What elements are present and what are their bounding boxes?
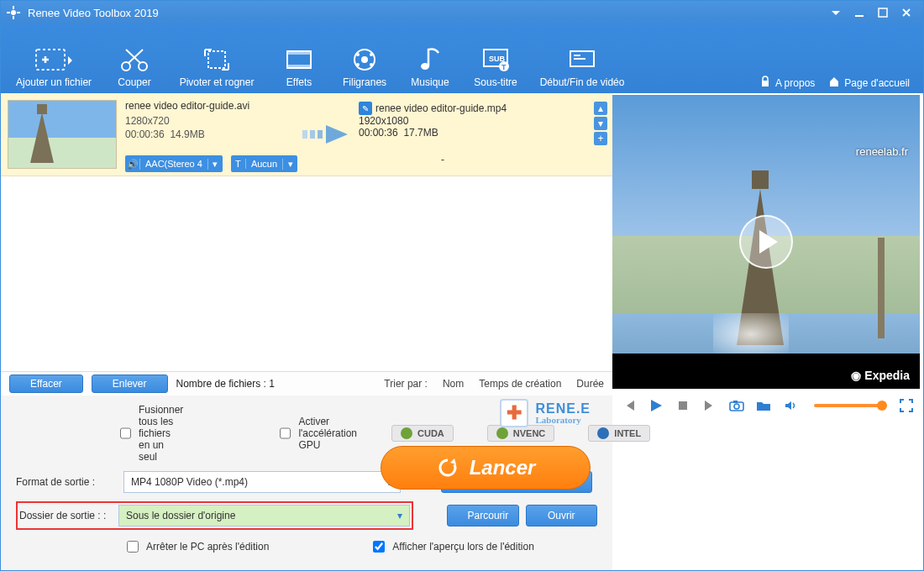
watermark-button[interactable]: Filigranes [335, 39, 394, 90]
sort-options: Trier par : Nom Temps de création Durée [384, 378, 604, 390]
sort-ctime[interactable]: Temps de création [479, 378, 561, 390]
brand-line2: Laboratory [535, 416, 591, 425]
open-folder-button[interactable]: Ouvrir [526, 505, 597, 526]
prev-button[interactable] [621, 399, 638, 412]
launch-button[interactable]: Lancer [381, 446, 591, 490]
stop-button[interactable] [675, 400, 691, 411]
lock-icon [759, 76, 771, 90]
move-up-button[interactable]: ▴ [594, 102, 607, 115]
toolbar-label: Sous-titre [474, 76, 517, 88]
svg-point-19 [370, 63, 373, 66]
maximize-button[interactable] [871, 4, 895, 21]
source-filename: renee video editor-guide.avi [125, 100, 293, 112]
preview-checkbox[interactable] [373, 541, 385, 553]
svg-rect-29 [302, 130, 307, 139]
svg-rect-28 [762, 81, 769, 86]
list-footer: Effacer Enlever Nombre de fichiers : 1 T… [1, 372, 612, 396]
intel-chip: INTEL [588, 425, 650, 442]
scissors-icon [118, 43, 151, 76]
preview-label: Afficher l'aperçu lors de l'édition [392, 541, 533, 553]
svg-rect-26 [574, 55, 580, 56]
fullscreen-button[interactable] [898, 399, 915, 412]
toolbar-label: Couper [118, 76, 150, 88]
play-overlay-button[interactable] [739, 215, 793, 269]
brand-line1: RENE.E [535, 402, 591, 416]
app-logo-icon [6, 5, 21, 20]
cut-button[interactable]: Couper [105, 39, 164, 90]
file-row[interactable]: renee video editor-guide.avi 1280x720 00… [1, 93, 612, 176]
play-button[interactable] [648, 398, 664, 413]
merge-checkbox[interactable] [120, 427, 131, 439]
snapshot-button[interactable] [728, 399, 745, 412]
start-end-button[interactable]: Début/Fin de vidéo [532, 39, 633, 90]
edit-icon[interactable]: ✎ [359, 102, 372, 115]
toolbar-label: Pivoter et rogner [180, 76, 255, 88]
video-preview[interactable]: reneelab.fr ◉Expedia [612, 95, 920, 389]
left-column: renee video editor-guide.avi 1280x720 00… [1, 93, 612, 570]
effects-button[interactable]: Effets [270, 39, 328, 90]
homepage-button[interactable]: Page d'accueil [828, 76, 910, 90]
rotate-crop-button[interactable]: Pivoter et rogner [171, 39, 263, 90]
svg-rect-6 [879, 8, 887, 17]
cuda-chip: CUDA [391, 425, 454, 442]
next-button[interactable] [701, 399, 718, 412]
output-folder-combo[interactable]: Sous le dossier d'origine ▾ [118, 505, 410, 526]
svg-rect-35 [733, 401, 738, 403]
close-button[interactable] [895, 4, 918, 21]
svg-point-16 [356, 53, 360, 56]
folder-label: Dossier de sortie : : [19, 510, 113, 521]
svg-rect-12 [287, 51, 311, 55]
destination-duration-size: 00:00:36 17.7MB [359, 127, 527, 139]
volume-icon[interactable] [782, 399, 799, 412]
open-file-button[interactable] [755, 399, 772, 412]
subtitle-track-dropdown[interactable]: T Aucun ▾ [231, 155, 297, 172]
expedia-badge: ◉Expedia [851, 369, 910, 382]
speaker-icon: 🔊 [125, 159, 140, 170]
brand-logo: ✚ RENE.ELaboratory [500, 399, 591, 427]
subtitle-button[interactable]: SUBT Sous-titre [466, 39, 525, 90]
audio-track-dropdown[interactable]: 🔊 AAC(Stereo 4 ▾ [125, 155, 223, 172]
crop-rotate-icon [200, 43, 234, 76]
clear-button[interactable]: Effacer [9, 375, 83, 393]
main-area: renee video editor-guide.avi 1280x720 00… [1, 93, 923, 570]
add-row-button[interactable]: + [594, 132, 607, 145]
toolbar-label: Musique [411, 76, 449, 88]
refresh-icon [436, 456, 459, 479]
toolbar-label: Filigranes [343, 76, 386, 88]
add-file-button[interactable]: Ajouter un fichier [9, 39, 98, 90]
remove-button[interactable]: Enlever [92, 375, 168, 393]
start-end-icon [565, 43, 599, 76]
subtitle-icon: SUBT [479, 43, 512, 76]
svg-rect-27 [574, 58, 585, 60]
about-button[interactable]: A propos [759, 76, 815, 90]
output-format-combo[interactable]: MP4 1080P Video (*.mp4) ▴ [123, 471, 401, 493]
shutdown-checkbox[interactable] [127, 541, 139, 553]
format-label: Format de sortie : [16, 476, 117, 488]
gpu-checkbox[interactable] [280, 427, 291, 439]
svg-rect-31 [318, 130, 323, 139]
minimize-button[interactable] [848, 4, 871, 21]
toolbar-label: Effets [286, 76, 312, 88]
svg-rect-7 [36, 50, 65, 70]
window-menu-icon[interactable] [824, 4, 848, 21]
nvenc-chip: NVENC [487, 425, 555, 442]
output-folder-row-highlight: Dossier de sortie : : Sous le dossier d'… [16, 501, 413, 530]
sort-name[interactable]: Nom [443, 378, 464, 390]
filmstrip-icon [282, 43, 316, 76]
app-window: Renee Video Toolbox 2019 Ajouter un fich… [0, 0, 924, 571]
move-down-button[interactable]: ▾ [594, 117, 607, 130]
source-duration-size: 00:00:36 14.9MB [125, 128, 293, 140]
music-note-icon [413, 43, 447, 76]
destination-placeholder: - [359, 154, 527, 165]
music-button[interactable]: Musique [401, 39, 459, 90]
svg-rect-3 [7, 12, 10, 13]
browse-button[interactable]: Parcourir [447, 505, 519, 526]
svg-rect-5 [855, 15, 864, 17]
subtitle-track-value: Aucun [246, 159, 282, 169]
sort-duration[interactable]: Durée [576, 378, 604, 390]
homepage-label: Page d'accueil [844, 77, 910, 89]
shutdown-label: Arrêter le PC après l'édition [146, 541, 269, 553]
volume-slider[interactable] [814, 404, 883, 407]
home-icon [828, 76, 840, 90]
source-resolution: 1280x720 [125, 115, 293, 127]
